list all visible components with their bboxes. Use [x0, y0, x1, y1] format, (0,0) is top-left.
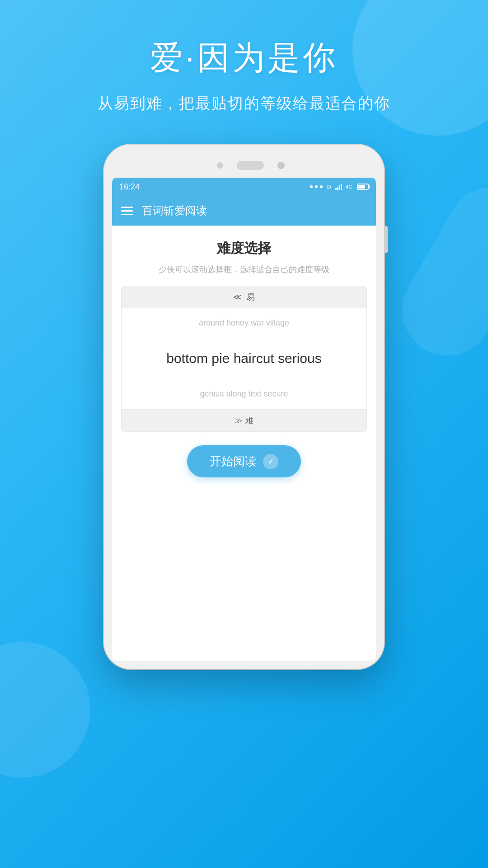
app-bar: 百词斩爱阅读 [112, 196, 376, 226]
header-section: 爱·因为是你 从易到难，把最贴切的等级给最适合的你 [0, 36, 488, 114]
status-time: 16:24 [119, 182, 140, 192]
difficulty-hint: 少侠可以滚动选择框，选择适合自己的难度等级 [159, 264, 329, 275]
difficulty-title: 难度选择 [217, 239, 271, 258]
picker-hard-label: 难 [245, 416, 253, 425]
battery-icon [357, 184, 369, 190]
dot-3 [320, 185, 323, 188]
phone-outer: 16:24 ⊙ [104, 145, 384, 669]
picker-row-1[interactable]: around honey war village [122, 308, 366, 338]
hamburger-line-2 [121, 210, 133, 212]
bar-1 [335, 188, 337, 190]
status-icons: ⊙ 4G [310, 183, 369, 190]
hamburger-line-3 [121, 214, 133, 215]
content-area: 难度选择 少侠可以滚动选择框，选择适合自己的难度等级 ≪ 易 around ho… [112, 226, 376, 661]
signal-bars [335, 184, 342, 190]
picker-row-2-text: bottom pie haircut serious [166, 351, 322, 366]
picker-scroll-area[interactable]: around honey war village bottom pie hair… [122, 308, 366, 409]
bar-2 [337, 187, 338, 190]
phone-camera-front [277, 162, 285, 169]
arrow-down-icon: ≫ [235, 416, 243, 425]
picker-row-3-text: genius along text secure [200, 389, 288, 398]
hamburger-line-1 [121, 207, 133, 208]
bar-3 [339, 185, 340, 190]
battery-fill [358, 185, 365, 189]
hamburger-menu[interactable] [121, 207, 133, 215]
start-reading-button[interactable]: 开始阅读 ✓ [187, 445, 301, 477]
check-circle-icon: ✓ [263, 454, 278, 469]
dot-1 [310, 185, 313, 188]
phone-camera-small [217, 162, 223, 169]
picker-row-3[interactable]: genius along text secure [122, 379, 366, 409]
dot-2 [315, 185, 318, 188]
main-title: 爱·因为是你 [0, 36, 488, 80]
phone-top-bar [112, 153, 376, 178]
start-button-label: 开始阅读 [210, 453, 257, 469]
bg-decoration-mid [385, 170, 488, 372]
sub-title: 从易到难，把最贴切的等级给最适合的你 [0, 93, 488, 114]
phone-screen: 16:24 ⊙ [112, 178, 376, 661]
arrow-up-icon: ≪ [233, 292, 242, 302]
bg-decoration-bottom [0, 642, 90, 778]
picker-header: ≪ 易 [122, 286, 366, 308]
bar-4 [341, 184, 342, 190]
network-label: 4G [346, 184, 352, 189]
phone-speaker [237, 161, 264, 170]
app-bar-title: 百词斩爱阅读 [142, 203, 207, 218]
wifi-icon: ⊙ [326, 183, 332, 190]
phone-wrapper: 16:24 ⊙ [104, 145, 384, 723]
difficulty-picker[interactable]: ≪ 易 around honey war village bottom pie … [121, 286, 367, 432]
status-bar: 16:24 ⊙ [112, 178, 376, 196]
picker-row-1-text: around honey war village [199, 318, 289, 327]
picker-footer: ≫ 难 [122, 409, 366, 431]
check-mark: ✓ [267, 457, 274, 467]
signal-dots [310, 185, 323, 188]
picker-row-2-selected[interactable]: bottom pie haircut serious [122, 338, 366, 379]
start-button-area: 开始阅读 ✓ [187, 445, 301, 477]
phone-side-button [384, 226, 388, 253]
picker-easy-label: 易 [247, 292, 255, 302]
